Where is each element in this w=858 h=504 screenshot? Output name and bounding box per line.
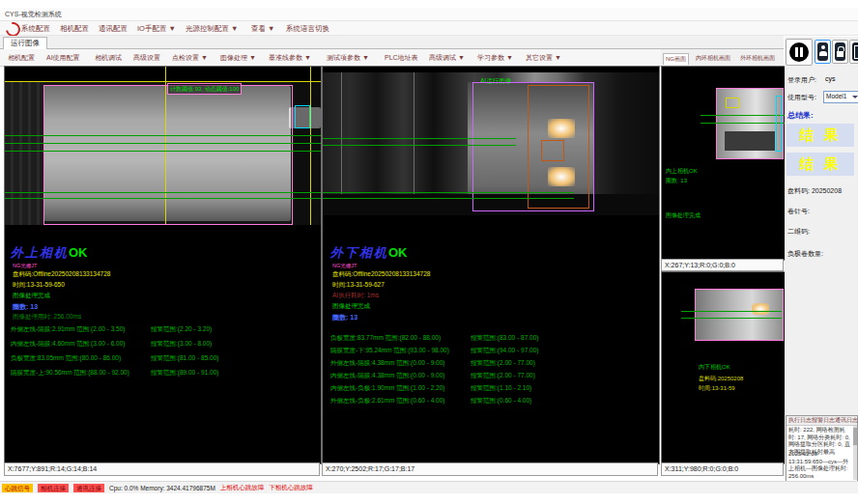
alarm-range: 报警范围:(94.00 - 97.00) — [471, 347, 538, 355]
measure-row: 外侧左线-隔膜:4.38mm 范围:(0.00 - 9.00)报警范围:(2.0… — [330, 359, 655, 368]
menu-io-config[interactable]: IO手配置 ▼ — [137, 24, 176, 34]
mid-loop-count: 圈数: 13 — [332, 313, 358, 322]
toolbar: 相机配置 AI使用配置 相机调试 高级设置 点检设置 ▼ 图像处理 ▼ 基准线参… — [0, 49, 661, 67]
left-done-text: 图像处理完成 — [13, 292, 50, 300]
alarm-range: 报警范围:(81.00 - 85.00) — [151, 354, 218, 363]
edge-line-green-3 — [323, 192, 574, 193]
measure-row: 负极宽度:83.77mm 范围:(82.00 - 88.00)报警范围:(83.… — [330, 334, 655, 343]
tool-ai-config[interactable]: AI使用配置 — [46, 53, 80, 63]
rt-result-line2: 圈数: 13 — [666, 177, 687, 185]
total-result-label: 总结果: — [787, 110, 814, 121]
middle-camera-status: OK — [388, 245, 408, 260]
tool-test-param[interactable]: 测试项参数 ▼ — [327, 53, 369, 63]
right-bottom-camera-view[interactable]: 内下相机OK 盘料码:20250208 时间:13-31-59 — [661, 271, 786, 464]
right-bottom-coord-bar: X:311;Y:980;R:0;G:0;B:0 — [661, 462, 784, 476]
chevron-down-icon — [852, 96, 858, 98]
tab-run-image[interactable]: 运行图像 — [3, 37, 47, 49]
title-bar[interactable]: CYS-视觉检测系统 — [0, 8, 858, 21]
rb-result-line2: 盘料码:20250208 — [699, 375, 743, 383]
measure-value: 外侧左线-负极:2.61mm 范围:(0.60 - 4.00) — [330, 397, 444, 404]
view-tab-strip: 运行图像 — [0, 36, 784, 49]
left-elapsed-text: 图像处理用时: 256.00ms — [13, 313, 81, 322]
tool-adv-debug[interactable]: 高级调试 ▼ — [429, 53, 465, 63]
measure-value: 负极宽度:83.77mm 范围:(82.00 - 88.00) — [330, 334, 441, 341]
log-tab-comm[interactable]: 通讯日志 — [834, 416, 858, 425]
glow-spot — [752, 303, 769, 315]
guide-line-h-yellow — [5, 81, 321, 82]
mid-done-text: 图像处理完成 — [332, 302, 370, 311]
user-icon — [817, 42, 828, 61]
measure-row: 负极宽度:83.05mm 范围:(80.00 - 86.00)报警范围:(81.… — [11, 354, 320, 363]
mid-trigger-text: NG光栅JT — [332, 263, 357, 269]
menu-view[interactable]: 查看 ▼ — [251, 24, 275, 34]
edge-line-green-1 — [681, 311, 782, 312]
camera-link-badge: 相机连接 — [38, 484, 69, 492]
log-scroll-thumb[interactable] — [853, 428, 857, 445]
alarm-range: 报警范围:(3.00 - 8.00) — [151, 340, 212, 349]
tool-learn-param[interactable]: 学习参数 ▼ — [477, 53, 513, 63]
log-tab-exec[interactable]: 执行日志 — [787, 416, 813, 425]
measure-row: 外侧左线-负极:2.61mm 范围:(0.60 - 4.00)报警范围:(0.6… — [330, 397, 655, 406]
log-tab-alarm[interactable]: 报警日志 — [811, 416, 836, 425]
left-barcode-text: 盘料码:Offline20250208133134728 — [13, 270, 110, 279]
left-camera-title: 外上相机OK — [11, 244, 88, 262]
rtab-ng-view[interactable]: NG画面 — [663, 53, 689, 65]
edge-line-green-4 — [323, 198, 574, 199]
mid-time-text: 时间:13-31-59-627 — [332, 281, 385, 290]
alarm-range: 报警范围:(0.60 - 4.00) — [471, 397, 531, 406]
rtab-inner-cam[interactable]: 内环相机画面 — [694, 53, 732, 64]
left-camera-status: OK — [69, 245, 88, 260]
log-tab-strip: 执行日志 报警日志 通讯日志 — [786, 416, 857, 426]
menu-comm-config[interactable]: 通讯配置 — [99, 24, 128, 34]
pause-button[interactable] — [786, 39, 813, 66]
detection-roi-box — [43, 85, 293, 225]
edge-line-green-2 — [681, 318, 782, 319]
edge-line-green-1 — [701, 115, 785, 116]
status-bar: 心跳信号 相机连接 通讯连接 Cpu: 0.0% Memory: 3424.41… — [0, 481, 858, 493]
edge-line-green-4 — [5, 192, 321, 193]
measure-value: 内侧左线-负极:1.90mm 范围:(1.00 - 2.20) — [330, 384, 444, 391]
upper-camera-fault-text: 上相机心跳故障 — [220, 484, 265, 492]
measure-value: 外侧左线-隔膜:2.91mm 范围:(2.00 - 3.50) — [11, 325, 125, 332]
measure-value: 负极宽度:83.05mm 范围:(80.00 - 86.00) — [11, 354, 121, 361]
menu-language-switch[interactable]: 系统语言切换 — [286, 24, 329, 34]
dark-band — [725, 131, 775, 151]
tool-baseline-param[interactable]: 基准线参数 ▼ — [269, 53, 311, 63]
rt-result-line3: 图像处理完成 — [666, 211, 701, 220]
tool-plc-table[interactable]: PLC地址表 — [385, 53, 418, 63]
left-camera-view[interactable]: 计数阈值:93, 动态阈值:100 外上相机OK NG光栅JT 盘料码:Offl… — [4, 66, 322, 464]
model-select[interactable]: Model1 — [823, 91, 858, 103]
result-box-2: 结 果 — [786, 153, 854, 176]
sidebar: 登录用户: cys 使用型号: Model1 总结果: 结 果 结 果 盘料码:… — [785, 37, 858, 481]
middle-camera-view[interactable]: AI运行图像 外下相机OK NG光栅JT 盘料码:Offline20250208… — [322, 66, 660, 464]
feature-marker-box — [726, 98, 739, 108]
tool-advanced-set[interactable]: 高级设置 — [133, 53, 160, 63]
tool-camera-debug[interactable]: 相机调试 — [95, 53, 122, 63]
measure-row: 外侧左线-隔膜:2.91mm 范围:(2.00 - 3.50)报警范围:(2.2… — [11, 325, 320, 334]
measure-row: 内侧左线-隔膜:4.60mm 范围:(3.00 - 6.00)报警范围:(3.0… — [11, 340, 320, 349]
exit-button[interactable] — [849, 40, 858, 64]
rtab-outer-cam[interactable]: 外环相机画面 — [738, 53, 777, 64]
machine-frame — [5, 82, 43, 225]
measure-row: 内侧左线-负极:1.90mm 范围:(1.00 - 2.20)报警范围:(1.1… — [330, 384, 655, 393]
threshold-overlay-text: 计数阈值:93, 动态阈值:100 — [167, 83, 242, 95]
alarm-range: 报警范围:(83.00 - 87.00) — [471, 334, 538, 343]
left-time-text: 时间:13-31-59-650 — [13, 281, 65, 290]
mid-ai-time-text: AI执行耗时: 1ms — [332, 292, 379, 300]
lock-icon — [835, 42, 845, 61]
edge-line-green-3 — [5, 151, 321, 152]
menu-system-config[interactable]: 系统配置 — [21, 24, 50, 34]
tool-other-set[interactable]: 其它设置 ▼ — [526, 53, 561, 63]
tool-image-process[interactable]: 图像处理 ▼ — [220, 53, 256, 63]
tool-camera-config[interactable]: 相机配置 — [8, 53, 35, 63]
log-scrollbar[interactable] — [853, 426, 857, 480]
left-camera-name: 外上相机 — [11, 245, 69, 260]
rb-result-line3: 时间:13-31-59 — [699, 384, 735, 393]
menu-light-config[interactable]: 光源控制配置 ▼ — [186, 24, 239, 34]
menu-camera-config[interactable]: 相机配置 — [60, 24, 89, 34]
lock-button[interactable] — [832, 40, 848, 64]
tool-spot-check[interactable]: 点检设置 ▼ — [172, 53, 208, 63]
user-button[interactable] — [815, 40, 831, 64]
right-top-camera-view[interactable]: 内上相机OK 圈数: 13 图像处理完成 — [661, 66, 786, 261]
alarm-range: 报警范围:(2.00 - 77.00) — [471, 372, 535, 380]
